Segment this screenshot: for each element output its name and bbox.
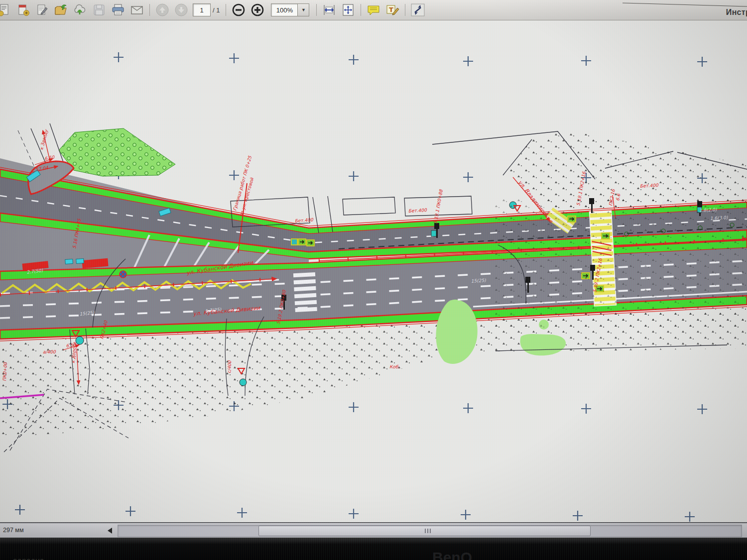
typewriter-button[interactable]: T bbox=[384, 1, 401, 18]
email-button[interactable] bbox=[128, 1, 145, 18]
fit-page-icon bbox=[341, 3, 355, 17]
new-document-icon bbox=[0, 3, 11, 16]
hatch-overlay-right bbox=[493, 199, 747, 329]
toolbar-separator bbox=[316, 4, 317, 16]
toolbar-separator bbox=[405, 4, 405, 16]
comment-button[interactable] bbox=[365, 1, 382, 18]
lane-dim-4: 1.8(2.0) bbox=[657, 200, 676, 206]
scrollbar-grip bbox=[425, 529, 431, 533]
toolbar-separator bbox=[149, 4, 150, 16]
arrow-down-icon bbox=[174, 3, 188, 17]
picket-label-2: ПК0+00 bbox=[2, 361, 8, 381]
svg-text:T: T bbox=[389, 6, 393, 13]
toolbar-separator bbox=[226, 4, 226, 16]
print-button[interactable] bbox=[110, 1, 126, 18]
material-label-2: Бет.400 bbox=[408, 208, 428, 214]
export-document-button[interactable] bbox=[15, 1, 32, 18]
open-file-button[interactable] bbox=[53, 1, 70, 18]
zoom-in-button[interactable] bbox=[249, 1, 266, 18]
zoom-out-icon bbox=[232, 3, 246, 17]
lane-dim-2: 15(25) bbox=[471, 278, 486, 284]
speech-bubble-icon bbox=[367, 3, 380, 16]
monitor-bezel: senseye BenQ bbox=[0, 538, 747, 560]
scroll-left-button[interactable] bbox=[108, 528, 112, 534]
cloud-upload-icon bbox=[73, 3, 87, 16]
note-s400: с/400 bbox=[227, 360, 232, 373]
export-document-icon bbox=[17, 3, 30, 16]
envelope-icon bbox=[130, 3, 144, 16]
toolbar-separator bbox=[361, 4, 361, 16]
material-label-3: Бет.400 bbox=[640, 183, 659, 189]
page-size-label: 297 мм bbox=[3, 527, 24, 534]
zoom-level-select[interactable]: 100% ▼ bbox=[271, 3, 309, 16]
printer-icon bbox=[111, 3, 125, 16]
monitor-screen: 1 / 1 100% ▼ T Инстр bbox=[0, 0, 747, 560]
site-plan-svg: ул. Кубанской Дивизии ул. Кубанской Диви… bbox=[0, 20, 747, 522]
upload-cloud-button[interactable] bbox=[72, 1, 89, 18]
text-annotation-icon: T bbox=[385, 3, 399, 16]
monitor-senseye-logo: senseye bbox=[13, 556, 44, 560]
horizontal-scrollbar[interactable] bbox=[118, 525, 742, 537]
page-total-label: / 1 bbox=[213, 6, 220, 14]
fit-page-button[interactable] bbox=[340, 1, 357, 18]
monitor-brand-logo: BenQ bbox=[432, 549, 472, 560]
fit-width-button[interactable] bbox=[321, 1, 338, 18]
zoom-out-button[interactable] bbox=[230, 1, 247, 18]
new-document-button[interactable] bbox=[0, 1, 13, 18]
lane-dim-6: 1.6(3.0) bbox=[710, 215, 729, 221]
edit-document-icon bbox=[36, 3, 49, 16]
save-button[interactable] bbox=[91, 1, 108, 18]
zoom-dropdown-button[interactable]: ▼ bbox=[297, 4, 309, 16]
edit-document-button[interactable] bbox=[34, 1, 51, 18]
scrollbar-thumb[interactable] bbox=[258, 526, 591, 536]
tools-panel-label: Инстр bbox=[726, 8, 747, 17]
save-floppy-icon bbox=[93, 3, 106, 16]
next-page-button[interactable] bbox=[173, 1, 190, 18]
document-canvas[interactable]: ул. Кубанской Дивизии ул. Кубанской Диви… bbox=[0, 20, 747, 522]
previous-page-button[interactable] bbox=[154, 1, 171, 18]
open-folder-icon bbox=[54, 3, 68, 16]
status-bar: 297 мм bbox=[0, 522, 747, 539]
fullscreen-button[interactable] bbox=[409, 1, 426, 18]
lane-dim-5: 1.8(2.0) bbox=[699, 207, 718, 213]
fit-width-icon bbox=[322, 3, 336, 16]
arrow-up-icon bbox=[155, 3, 169, 17]
zoom-in-icon bbox=[250, 3, 264, 17]
page-number-input[interactable]: 1 bbox=[193, 3, 211, 16]
fullscreen-arrows-icon bbox=[410, 3, 425, 17]
note-a400: а/400 bbox=[43, 349, 56, 354]
note-kob: Коб. bbox=[389, 364, 399, 369]
zoom-level-value: 100% bbox=[271, 6, 297, 14]
